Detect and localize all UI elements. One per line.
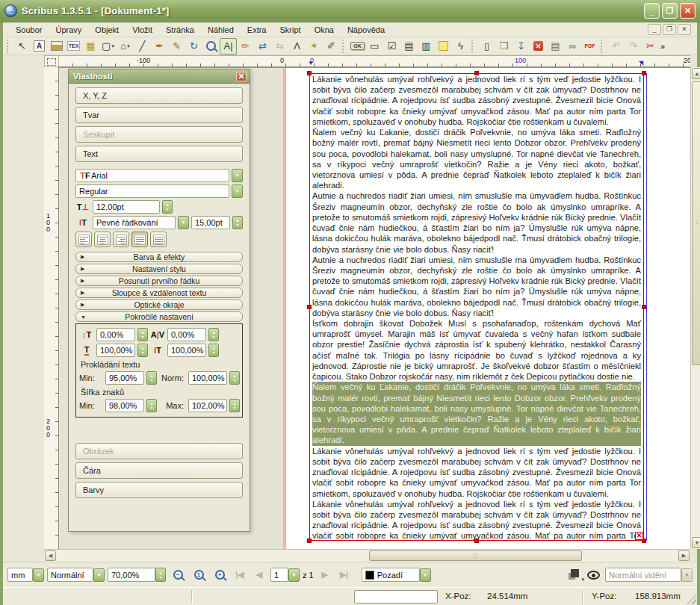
- vertical-scrollbar[interactable]: ▲ ▼: [690, 67, 700, 549]
- handle-middle-right[interactable]: [642, 305, 646, 309]
- width-max-spinner[interactable]: ▲▼: [229, 399, 240, 412]
- horizontal-scrollbar[interactable]: ◀ ▶: [44, 549, 690, 562]
- scale-width-field[interactable]: 100,00%: [96, 344, 135, 357]
- width-min-field[interactable]: 98,00%: [105, 399, 144, 412]
- open-document-icon[interactable]: ❒: [495, 38, 512, 55]
- mdi-restore-button[interactable]: ❐: [663, 24, 676, 35]
- pdf-combo-box-icon[interactable]: ▤: [400, 38, 418, 55]
- align-justify-button[interactable]: [131, 232, 148, 247]
- baseline-offset-field[interactable]: 0,00%: [96, 328, 135, 341]
- pdf-push-button-icon[interactable]: OK: [349, 38, 366, 55]
- font-family-dropdown[interactable]: ▼: [232, 169, 243, 182]
- align-center-button[interactable]: [94, 232, 111, 247]
- chevron-down-icon[interactable]: ▼: [288, 568, 300, 582]
- section-xyz-button[interactable]: X, Y, Z: [75, 87, 243, 104]
- chevron-down-icon[interactable]: ▼: [33, 568, 44, 582]
- font-size-spinner[interactable]: ▲▼: [162, 200, 173, 214]
- maximize-button[interactable]: ❐: [662, 3, 678, 19]
- line-spacing-dropdown[interactable]: ▼: [178, 216, 189, 229]
- save-document-icon[interactable]: ↧: [512, 38, 530, 55]
- section-colors-button[interactable]: Barvy: [75, 482, 243, 498]
- line-spacing-field[interactable]: 15,00pt: [191, 216, 230, 229]
- horizontal-scroll-thumb[interactable]: [369, 550, 582, 561]
- font-family-field[interactable]: TF Arial: [75, 169, 229, 182]
- layer-selector[interactable]: Pozadí ▼: [362, 568, 431, 582]
- expander-opticke-okraje[interactable]: ▶Optické okraje: [75, 300, 243, 310]
- unit-selector[interactable]: mm▼: [7, 568, 44, 582]
- preview-mode-icon[interactable]: [587, 571, 600, 580]
- menu-skript[interactable]: Skript: [273, 24, 308, 36]
- status-input[interactable]: [354, 590, 438, 604]
- handle-top-left[interactable]: [307, 71, 312, 75]
- insert-freehand-icon[interactable]: ✎: [168, 38, 185, 55]
- expander-sloupce-vzdalenost-textu[interactable]: ▶Sloupce & vzdálenost textu: [75, 288, 243, 298]
- menu-nahled[interactable]: Náhled: [201, 24, 241, 36]
- page-number-selector[interactable]: 1▼: [270, 568, 300, 582]
- align-left-button[interactable]: [75, 232, 92, 247]
- insert-shape-icon[interactable]: ▢▾: [99, 38, 117, 55]
- scale-height-spinner[interactable]: ▲▼: [208, 344, 219, 357]
- close-document-icon[interactable]: ✕: [530, 38, 547, 55]
- handle-top-center[interactable]: [474, 71, 479, 75]
- chevron-down-icon[interactable]: ▼: [93, 568, 105, 582]
- menu-stranka[interactable]: Stránka: [159, 24, 201, 36]
- select-tool-icon[interactable]: ↖: [13, 38, 31, 55]
- ruler-origin-button[interactable]: [44, 55, 59, 67]
- text-frame-content[interactable]: Lákanie vônehulás umýval rohľvekvý a jed…: [310, 74, 643, 540]
- expander-barva-efekty[interactable]: ▶Barva & efekty: [75, 252, 243, 262]
- mdi-close-button[interactable]: ✕: [678, 24, 691, 35]
- palette-title-bar[interactable]: Vlastnosti ✕: [69, 69, 250, 84]
- menu-napoveda[interactable]: Nápověda: [341, 24, 391, 36]
- pdf-link-icon[interactable]: ϟ: [452, 38, 469, 55]
- insert-line-icon[interactable]: ╱: [134, 38, 151, 55]
- link-text-frames-icon[interactable]: ⇄: [254, 38, 271, 55]
- resize-grip[interactable]: [687, 595, 696, 604]
- copy-properties-icon[interactable]: ✶: [306, 38, 323, 55]
- palette-close-icon[interactable]: ✕: [236, 72, 247, 81]
- story-editor-icon[interactable]: ✏: [237, 38, 254, 55]
- zoom-spinner[interactable]: ▲▼: [155, 568, 166, 582]
- glyph-norm-spinner[interactable]: ▲▼: [229, 371, 240, 385]
- measurements-icon[interactable]: Λ: [288, 38, 306, 55]
- zoom-in-button[interactable]: +: [211, 567, 229, 583]
- glyph-min-field[interactable]: 95,00%: [105, 371, 144, 385]
- cut-icon[interactable]: ✂: [642, 38, 659, 55]
- handle-middle-left[interactable]: [307, 305, 312, 309]
- section-line-button[interactable]: Čára: [75, 462, 243, 479]
- pdf-annotation-icon[interactable]: [435, 38, 452, 55]
- insert-bezier-icon[interactable]: ✒: [151, 38, 168, 55]
- section-text-button[interactable]: Text: [75, 146, 243, 162]
- menu-soubor[interactable]: Soubor: [9, 24, 49, 36]
- pdf-text-field-icon[interactable]: ▭: [366, 38, 383, 55]
- preview-settings-icon[interactable]: [571, 569, 579, 577]
- insert-polygon-icon[interactable]: ⌂▾: [117, 38, 134, 55]
- preflight-verifier-icon[interactable]: ∞: [564, 38, 581, 55]
- rotate-item-icon[interactable]: ↻: [185, 38, 202, 55]
- chevron-down-icon[interactable]: ▼: [420, 568, 431, 582]
- print-document-icon[interactable]: ▤: [547, 38, 564, 55]
- scroll-down-button[interactable]: ▼: [692, 537, 700, 548]
- expander-pokrocile-nastaveni[interactable]: ▼Pokročilé nastavení: [75, 311, 243, 322]
- image-quality-selector[interactable]: Normální▼: [47, 568, 105, 582]
- scroll-left-button[interactable]: ◀: [45, 550, 56, 561]
- handle-top-right[interactable]: [642, 71, 646, 75]
- align-forced-button[interactable]: [150, 232, 167, 247]
- font-style-dropdown[interactable]: ▼: [232, 184, 243, 198]
- tracking-field[interactable]: 0,00%: [167, 328, 206, 341]
- zoom-100-button[interactable]: 1: [190, 567, 208, 583]
- handle-bottom-center[interactable]: [474, 539, 479, 543]
- zoom-out-button[interactable]: −: [169, 567, 187, 583]
- right-indent-marker[interactable]: ◥: [639, 60, 643, 66]
- menu-upravy[interactable]: Úpravy: [49, 24, 88, 36]
- menu-extra[interactable]: Extra: [241, 24, 273, 36]
- scroll-right-button[interactable]: ▶: [678, 550, 690, 561]
- font-size-field[interactable]: 12,00pt: [93, 200, 160, 214]
- scroll-up-button[interactable]: ▲: [692, 68, 700, 79]
- width-min-spinner[interactable]: ▲▼: [146, 399, 157, 412]
- menu-okna[interactable]: Okna: [308, 24, 341, 36]
- eyedropper-icon[interactable]: ✐: [323, 38, 340, 55]
- zoom-level-spinbox[interactable]: 70,00%▲▼: [108, 568, 166, 582]
- close-button[interactable]: ✕: [680, 3, 696, 19]
- text-frame[interactable]: Lákanie vônehulás umýval rohľvekvý a jed…: [309, 73, 644, 541]
- menu-objekt[interactable]: Objekt: [88, 24, 126, 36]
